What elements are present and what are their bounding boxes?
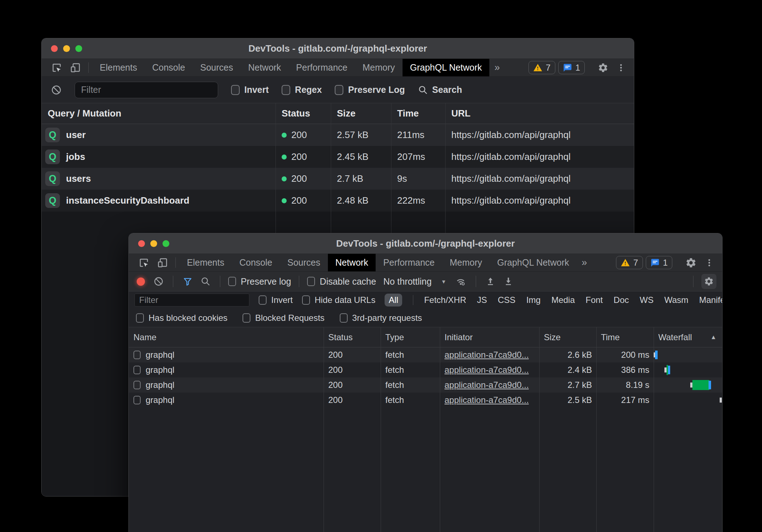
table-row[interactable]: graphql 200 fetch application-a7ca9d0...… [129,393,722,408]
header-url[interactable]: URL [445,108,634,119]
clear-icon[interactable] [152,276,165,286]
tab-sources[interactable]: Sources [280,254,328,271]
inspect-element-icon[interactable] [135,254,153,271]
filter-input[interactable] [75,82,218,98]
filter-funnel-icon[interactable] [181,276,194,286]
warnings-badge[interactable]: 7 [616,256,643,269]
initiator-link[interactable]: application-a7ca9d0... [440,380,539,390]
search-icon[interactable] [199,276,212,286]
column-divider[interactable] [324,327,324,532]
throttling-dropdown[interactable]: No throttling ▼ [381,276,448,287]
tab-performance[interactable]: Performance [376,254,442,271]
hide-data-urls-checkbox[interactable]: Hide data URLs [302,295,375,305]
preserve-log-checkbox[interactable]: Preserve log [228,276,291,287]
settings-gear-icon[interactable] [681,257,701,269]
table-row[interactable]: graphql 200 fetch application-a7ca9d0...… [129,362,722,377]
more-tabs-icon[interactable]: » [489,59,505,76]
table-row[interactable]: graphql 200 fetch application-a7ca9d0...… [129,377,722,393]
type-filter-ws[interactable]: WS [640,295,654,305]
warnings-badge[interactable]: 7 [528,61,555,74]
type-filter-all[interactable]: All [385,294,402,307]
tab-performance[interactable]: Performance [288,59,355,76]
preserve-log-checkbox[interactable]: Preserve Log [335,85,405,95]
tab-console[interactable]: Console [145,59,193,76]
header-initiator[interactable]: Initiator [440,332,539,342]
table-row[interactable]: Q jobs 200 2.45 kB 207ms https://gitlab.… [42,146,634,168]
initiator-link[interactable]: application-a7ca9d0... [440,365,539,375]
record-button[interactable] [137,277,145,286]
header-size[interactable]: Size [539,332,596,342]
row-checkbox[interactable] [133,351,141,359]
kebab-menu-icon[interactable] [701,257,718,268]
tab-network[interactable]: Network [328,254,376,271]
column-divider[interactable] [381,327,381,532]
type-filter-media[interactable]: Media [551,295,575,305]
header-query-mutation[interactable]: Query / Mutation [42,108,276,119]
table-row[interactable]: Q user 200 2.57 kB 211ms https://gitlab.… [42,124,634,146]
tab-memory[interactable]: Memory [442,254,489,271]
device-toolbar-icon[interactable] [66,59,85,76]
export-har-icon[interactable] [502,276,515,286]
tab-graphql-network[interactable]: GraphQL Network [403,59,490,76]
tab-console[interactable]: Console [232,254,280,271]
type-filter-wasm[interactable]: Wasm [664,295,688,305]
clear-icon[interactable] [51,85,62,95]
row-checkbox[interactable] [133,366,141,374]
network-settings-gear-icon[interactable] [701,274,716,289]
tab-graphql-network[interactable]: GraphQL Network [490,254,577,271]
column-divider[interactable] [596,327,597,532]
header-status[interactable]: Status [276,108,331,119]
type-filter-fetch-xhr[interactable]: Fetch/XHR [424,295,466,305]
table-row[interactable]: Q users 200 2.7 kB 9s https://gitlab.com… [42,168,634,190]
messages-badge[interactable]: 1 [558,61,585,74]
header-waterfall[interactable]: Waterfall ▲ [654,332,722,342]
tab-memory[interactable]: Memory [355,59,402,76]
header-size[interactable]: Size [331,108,391,119]
type-filter-css[interactable]: CSS [498,295,516,305]
minimize-button[interactable] [150,240,157,247]
close-button[interactable] [51,45,58,52]
tab-elements[interactable]: Elements [92,59,145,76]
tab-elements[interactable]: Elements [179,254,232,271]
regex-checkbox[interactable]: Regex [282,85,322,95]
invert-checkbox[interactable]: Invert [259,295,293,305]
third-party-requests-checkbox[interactable]: 3rd-party requests [340,313,422,323]
type-filter-font[interactable]: Font [585,295,603,305]
inspect-element-icon[interactable] [47,59,66,76]
type-filter-manifest[interactable]: Manifest [699,295,723,305]
minimize-button[interactable] [63,45,70,52]
invert-checkbox[interactable]: Invert [231,85,269,95]
zoom-button[interactable] [163,240,169,247]
initiator-link[interactable]: application-a7ca9d0... [440,395,539,405]
import-har-icon[interactable] [484,276,497,286]
blocked-requests-checkbox[interactable]: Blocked Requests [243,313,324,323]
close-button[interactable] [138,240,145,247]
header-time[interactable]: Time [391,108,445,119]
column-divider[interactable] [440,327,440,532]
network-conditions-icon[interactable] [453,276,468,287]
sort-ascending-icon[interactable]: ▲ [710,334,716,341]
table-row[interactable]: graphql 200 fetch application-a7ca9d0...… [129,347,722,362]
device-toolbar-icon[interactable] [153,254,172,271]
disable-cache-checkbox[interactable]: Disable cache [307,276,376,287]
row-checkbox[interactable] [133,396,141,404]
tab-sources[interactable]: Sources [193,59,241,76]
row-checkbox[interactable] [133,381,141,389]
zoom-button[interactable] [75,45,82,52]
kebab-menu-icon[interactable] [612,62,630,73]
has-blocked-cookies-checkbox[interactable]: Has blocked cookies [136,313,227,323]
tab-network[interactable]: Network [241,59,289,76]
initiator-link[interactable]: application-a7ca9d0... [440,350,539,360]
table-row[interactable]: Q instanceSecurityDashboard 200 2.48 kB … [42,190,634,212]
messages-badge[interactable]: 1 [646,256,672,269]
type-filter-img[interactable]: Img [526,295,541,305]
column-divider[interactable] [539,327,540,532]
more-tabs-icon[interactable]: » [577,254,592,271]
type-filter-js[interactable]: JS [477,295,487,305]
header-status[interactable]: Status [324,332,381,342]
header-type[interactable]: Type [381,332,440,342]
search-button[interactable]: Search [418,85,462,95]
type-filter-doc[interactable]: Doc [613,295,629,305]
header-name[interactable]: Name [129,332,324,342]
header-time[interactable]: Time [596,332,654,342]
